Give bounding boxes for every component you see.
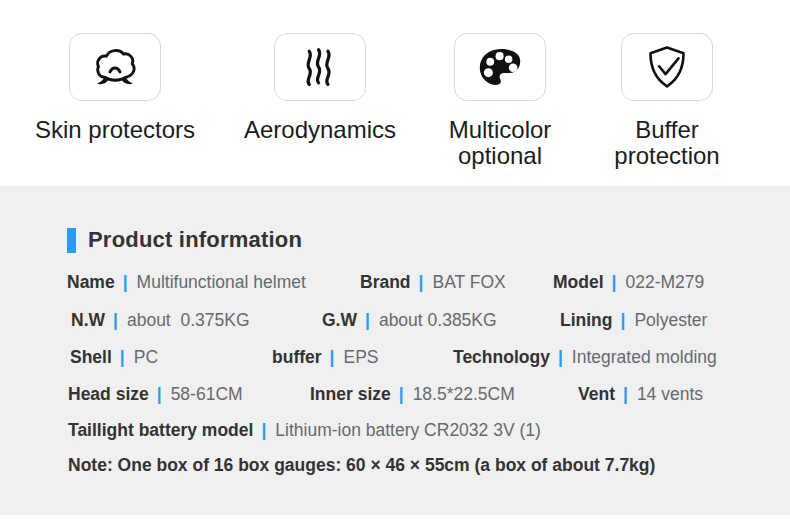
feature-buffer-protection: Buffer protection [575,33,759,169]
spec-separator: | [157,384,162,404]
spec-label: Name [67,272,115,292]
spec-label: Lining [560,310,612,330]
feature-label: Multicolor optional [408,117,592,169]
note-cell: Note: One box of 16 box gauges: 60 × 46 … [68,453,655,477]
spec-cell-buffer: buffer|EPS [272,345,379,369]
spec-value: about 0.385KG [379,310,497,330]
spec-separator: | [261,420,266,440]
spec-label: Technology [453,347,550,367]
airflow-icon [274,33,366,101]
spec-cell-lining: Lining|Polyester [560,308,707,332]
spec-separator: | [612,272,617,292]
spec-cell-inner-size: Inner size|18.5*22.5CM [310,382,515,406]
spec-row: Head size|58-61CM Inner size|18.5*22.5CM… [0,382,790,408]
spec-value: 022-M279 [625,272,704,292]
spec-label: Taillight battery model [68,420,253,440]
spec-separator: | [623,384,628,404]
spec-label: Model [553,272,604,292]
note-row: Note: One box of 16 box gauges: 60 × 46 … [0,453,790,479]
spec-value: Multifunctional helmet [137,272,306,292]
section-header: Product information [67,227,302,253]
section-title: Product information [88,227,302,253]
spec-separator: | [123,272,128,292]
shield-check-icon [621,33,713,101]
feature-label: Aerodynamics [228,117,412,143]
spec-row: Name|Multifunctional helmet Brand|BAT FO… [0,270,790,296]
spec-separator: | [330,347,335,367]
feature-highlights: Skin protectors Aerodynamics [0,0,790,186]
spec-cell-taillight-battery: Taillight battery model|Lithium-ion batt… [68,418,541,442]
spec-value: 14 vents [637,384,703,404]
spec-cell-gw: G.W|about 0.385KG [322,308,497,332]
spec-value: Integrated molding [572,347,717,367]
spec-cell-name: Name|Multifunctional helmet [67,270,306,294]
spec-value: Lithium-ion battery CR2032 3V (1) [275,420,541,440]
feature-label: Buffer protection [575,117,759,169]
feature-multicolor: Multicolor optional [408,33,592,169]
spec-label: Inner size [310,384,391,404]
product-information-section: Product information Name|Multifunctional… [0,186,790,515]
spec-label: Brand [360,272,411,292]
spec-label: Vent [578,384,615,404]
spec-row: N.W|about 0.375KG G.W|about 0.385KG Lini… [0,308,790,334]
spec-label: Shell [70,347,112,367]
spec-cell-vent: Vent|14 vents [578,382,703,406]
accent-bar-icon [67,228,76,253]
spec-value: BAT FOX [432,272,505,292]
spec-value: PC [134,347,158,367]
spec-value: 18.5*22.5CM [413,384,515,404]
spec-label: N.W [71,310,105,330]
spec-separator: | [113,310,118,330]
feature-skin-protectors: Skin protectors [23,33,207,143]
spec-cell-technology: Technology|Integrated molding [453,345,717,369]
spec-cell-nw: N.W|about 0.375KG [71,308,250,332]
feature-label: Skin protectors [23,117,207,143]
spec-separator: | [558,347,563,367]
feature-aerodynamics: Aerodynamics [228,33,412,143]
spec-cell-head-size: Head size|58-61CM [68,382,243,406]
pad-icon [69,33,161,101]
spec-row: Shell|PC buffer|EPS Technology|Integrate… [0,345,790,371]
spec-separator: | [399,384,404,404]
spec-row: Taillight battery model|Lithium-ion batt… [0,418,790,444]
spec-separator: | [365,310,370,330]
note-text: Note: One box of 16 box gauges: 60 × 46 … [68,455,655,475]
spec-value: Polyester [634,310,707,330]
spec-label: G.W [322,310,357,330]
spec-value: 58-61CM [171,384,243,404]
palette-icon [454,33,546,101]
product-detail-page: Skin protectors Aerodynamics [0,0,790,525]
spec-label: Head size [68,384,149,404]
spec-separator: | [120,347,125,367]
spec-separator: | [419,272,424,292]
spec-separator: | [620,310,625,330]
spec-cell-brand: Brand|BAT FOX [360,270,506,294]
spec-cell-shell: Shell|PC [70,345,158,369]
spec-value: about 0.375KG [127,310,250,330]
spec-label: buffer [272,347,322,367]
spec-value: EPS [343,347,378,367]
spec-cell-model: Model|022-M279 [553,270,704,294]
